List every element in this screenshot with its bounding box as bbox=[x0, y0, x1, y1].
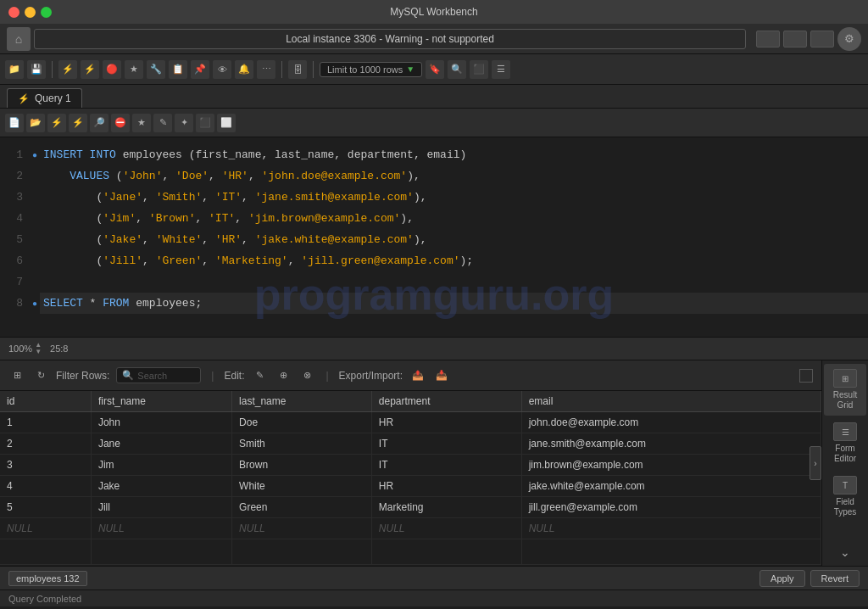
cell-3-3: HR bbox=[371, 476, 521, 497]
cell-4-1: Jill bbox=[91, 497, 231, 518]
format-icon[interactable]: ⬛ bbox=[470, 60, 488, 79]
cell-1-1: Jane bbox=[91, 433, 231, 455]
proc-icon[interactable]: 📌 bbox=[191, 60, 209, 79]
window-controls[interactable] bbox=[8, 7, 52, 18]
data-table[interactable]: id first_name last_name department email… bbox=[0, 391, 821, 566]
code-area[interactable]: INSERT INTO employees (first_name, last_… bbox=[40, 137, 868, 337]
beautify-icon[interactable]: ✦ bbox=[175, 114, 193, 132]
null-cell-0: NULL bbox=[0, 518, 91, 539]
sql-editor[interactable]: programguru.org 1 2 3 4 5 6 7 8 ● ● INSE… bbox=[0, 137, 868, 337]
table-row[interactable]: 2JaneSmithITjane.smith@example.com bbox=[0, 433, 821, 455]
cell-1-2: Smith bbox=[232, 433, 372, 455]
revert-button[interactable]: Revert bbox=[810, 570, 860, 587]
indent-icon[interactable]: ⬛ bbox=[196, 114, 214, 132]
code-line-3: ('Jane', 'Smith', 'IT', 'jane.smith@exam… bbox=[40, 187, 868, 208]
rotate-icon[interactable]: ↻ bbox=[32, 367, 49, 384]
stop-icon[interactable]: 🔴 bbox=[103, 60, 121, 79]
monitor-icon[interactable] bbox=[756, 31, 780, 47]
edit-pencil-icon[interactable]: ✎ bbox=[251, 367, 268, 384]
toolbar-separator bbox=[52, 61, 53, 78]
open-file-icon[interactable]: 📂 bbox=[26, 114, 45, 132]
nav-bar: ⌂ Local instance 3306 - Warning - not su… bbox=[0, 24, 868, 54]
cell-4-0: 5 bbox=[0, 497, 91, 518]
table-row[interactable]: 3JimBrownITjim.brown@example.com bbox=[0, 455, 821, 476]
schema-icon[interactable]: 🔧 bbox=[147, 60, 165, 79]
query-tab-1[interactable]: ⚡ Query 1 bbox=[7, 88, 82, 108]
code-line-5: ('Jake', 'White', 'HR', 'jake.white@exam… bbox=[40, 229, 868, 250]
status-bar: employees 132 Apply Revert bbox=[0, 566, 868, 589]
table-icon[interactable]: 📋 bbox=[169, 60, 187, 79]
limit-rows-dropdown[interactable]: Limit to 1000 rows ▼ bbox=[320, 62, 422, 77]
bookmark-icon[interactable]: 🔖 bbox=[426, 60, 444, 79]
grid-view-icon[interactable]: ⊞ bbox=[8, 367, 25, 384]
search-icon-small: 🔍 bbox=[122, 370, 134, 381]
delete-row-icon[interactable]: ⊗ bbox=[298, 367, 315, 384]
minimize-button[interactable] bbox=[25, 7, 36, 18]
apply-button[interactable]: Apply bbox=[760, 570, 805, 587]
sidebar-toggle[interactable]: › bbox=[810, 446, 821, 480]
form-editor-btn[interactable]: ☰ FormEditor bbox=[824, 417, 866, 469]
zoom-arrows[interactable]: ▲ ▼ bbox=[35, 342, 42, 355]
line-dots: ● ● bbox=[30, 137, 40, 337]
toolbar-separator-3 bbox=[313, 61, 314, 78]
field-types-btn[interactable]: T FieldTypes bbox=[824, 471, 866, 522]
list-icon[interactable] bbox=[810, 31, 834, 47]
view-icon[interactable]: 👁 bbox=[213, 60, 231, 79]
folder-icon[interactable]: 📁 bbox=[5, 60, 24, 79]
result-area: ⊞ ↻ Filter Rows: 🔍 Search | Edit: ✎ ⊕ ⊗ … bbox=[0, 360, 868, 566]
more-icon[interactable]: ⋯ bbox=[257, 60, 275, 79]
result-grid-icon: ⊞ bbox=[833, 369, 857, 388]
instance-label: Local instance 3306 - Warning - not supp… bbox=[34, 29, 746, 49]
limit-arrow-icon: ▼ bbox=[406, 64, 415, 74]
col-email: email bbox=[521, 391, 821, 412]
empty-cell-4 bbox=[521, 539, 821, 565]
zoom-control[interactable]: 100% ▲ ▼ bbox=[8, 342, 42, 355]
export-icon[interactable]: 📤 bbox=[409, 367, 426, 384]
import-icon[interactable]: 📥 bbox=[433, 367, 450, 384]
query-completed-message: Query Completed bbox=[8, 594, 81, 604]
panel-arrow-down[interactable]: ⌄ bbox=[840, 545, 850, 559]
search-box[interactable]: 🔍 Search bbox=[116, 367, 201, 383]
cell-0-1: John bbox=[91, 412, 231, 433]
zoom-down-arrow[interactable]: ▼ bbox=[35, 349, 42, 355]
table-row[interactable]: 1JohnDoeHRjohn.doe@example.com bbox=[0, 412, 821, 433]
settings-button[interactable]: ⚙ bbox=[837, 27, 861, 51]
result-grid-panel-btn[interactable]: ⊞ ResultGrid bbox=[824, 364, 866, 416]
corner-icon bbox=[799, 369, 813, 383]
cell-4-2: Green bbox=[232, 497, 372, 518]
run-all-icon[interactable]: ⚡ bbox=[69, 114, 87, 132]
dedent-icon[interactable]: ⬜ bbox=[217, 114, 236, 132]
table-row[interactable]: 4JakeWhiteHRjake.white@example.com bbox=[0, 476, 821, 497]
home-button[interactable]: ⌂ bbox=[7, 27, 31, 51]
cell-0-4: john.doe@example.com bbox=[521, 412, 821, 433]
cell-4-3: Marketing bbox=[371, 497, 521, 518]
bookmark2-icon[interactable]: ★ bbox=[132, 114, 151, 132]
explain-icon[interactable]: 🔎 bbox=[90, 114, 108, 132]
add-row-icon[interactable]: ⊕ bbox=[275, 367, 292, 384]
run-selected-icon[interactable]: ⚡ bbox=[81, 60, 99, 79]
star-icon[interactable]: ★ bbox=[125, 60, 143, 79]
field-types-icon: T bbox=[833, 476, 857, 494]
trigger-icon[interactable]: 🔔 bbox=[235, 60, 253, 79]
edit-icon[interactable]: ✎ bbox=[153, 114, 172, 132]
empty-row bbox=[0, 539, 821, 565]
table-row[interactable]: 5JillGreenMarketingjill.green@example.co… bbox=[0, 497, 821, 518]
save-icon[interactable]: 💾 bbox=[27, 60, 46, 79]
table-status-tab[interactable]: employees 132 bbox=[8, 571, 87, 586]
new-file-icon[interactable]: 📄 bbox=[5, 114, 24, 132]
table-header-row: id first_name last_name department email bbox=[0, 391, 821, 412]
code-line-1: INSERT INTO employees (first_name, last_… bbox=[40, 144, 868, 165]
cell-3-0: 4 bbox=[0, 476, 91, 497]
close-button[interactable] bbox=[8, 7, 19, 18]
grid-icon[interactable] bbox=[783, 31, 807, 47]
run-icon[interactable]: ⚡ bbox=[58, 60, 77, 79]
maximize-button[interactable] bbox=[41, 7, 52, 18]
db-icon[interactable]: 🗄 bbox=[288, 60, 307, 79]
stop-query-icon[interactable]: ⛔ bbox=[111, 114, 130, 132]
search-icon[interactable]: 🔍 bbox=[448, 60, 466, 79]
run-query-icon[interactable]: ⚡ bbox=[47, 114, 66, 132]
config-icon[interactable]: ☰ bbox=[492, 60, 510, 79]
status-left: employees 132 bbox=[8, 571, 87, 586]
title-bar: MySQL Workbench bbox=[0, 0, 868, 24]
col-last-name: last_name bbox=[232, 391, 372, 412]
